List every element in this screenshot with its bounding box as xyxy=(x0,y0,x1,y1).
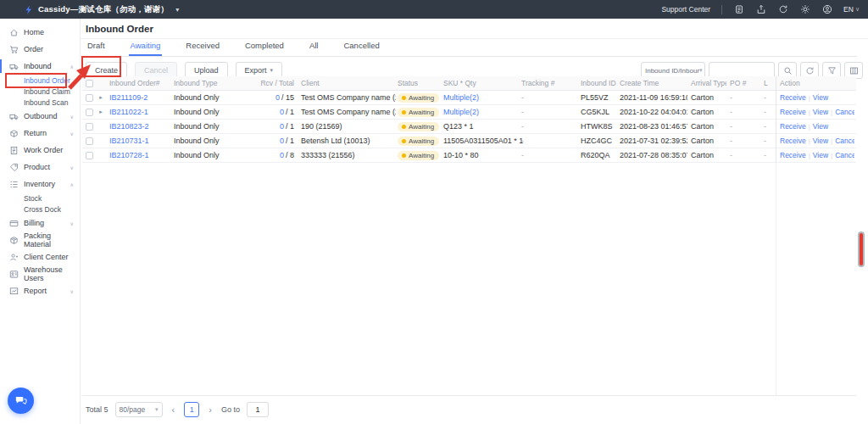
scrollbar-thumb-annotated[interactable] xyxy=(858,232,865,267)
view-action-link[interactable]: View xyxy=(813,93,828,102)
row-checkbox[interactable] xyxy=(86,94,93,102)
page-number-button[interactable]: 1 xyxy=(184,402,199,417)
user-icon[interactable] xyxy=(821,4,832,15)
chevron-down-icon: ∨ xyxy=(70,288,74,294)
inbound-order-link[interactable]: IB210728-1 xyxy=(109,151,149,159)
cancel-action-link[interactable]: Cancel xyxy=(835,137,854,145)
inbound-order-link[interactable]: IB210823-2 xyxy=(109,122,149,131)
person-icon xyxy=(9,253,19,262)
sidebar-item-report[interactable]: Report∨ xyxy=(0,282,80,299)
po-text: - xyxy=(730,137,732,145)
receive-action-link[interactable]: Receive xyxy=(780,137,806,145)
tab-cancelled[interactable]: Cancelled xyxy=(342,41,381,56)
tab-awaiting[interactable]: Awaiting xyxy=(129,41,163,56)
cell-create_time: 2021-07-28 08:35:07 xyxy=(616,148,687,163)
cell-status: Awaiting xyxy=(396,105,440,120)
cell-client: 190 (21569) xyxy=(298,120,396,134)
view-action-link[interactable]: View xyxy=(813,151,828,159)
sidebar-item-label: Order xyxy=(24,45,43,53)
row-checkbox[interactable] xyxy=(86,109,93,116)
cell-rcv: 0/ 15 xyxy=(259,91,298,105)
sidebar-item-client-center[interactable]: Client Center xyxy=(0,248,80,265)
receive-action-link[interactable]: Receive xyxy=(780,108,806,116)
cell-inbound_id: HZC4GC xyxy=(577,134,616,148)
row-checkbox[interactable] xyxy=(86,137,93,145)
tab-completed[interactable]: Completed xyxy=(243,41,286,56)
settings-icon[interactable] xyxy=(799,4,810,15)
status-label: Awaiting xyxy=(409,137,434,145)
table-row: IB210823-2Inbound Only0/ 1190 (21569)Awa… xyxy=(82,120,856,134)
received-count-link[interactable]: 0 xyxy=(280,151,284,159)
language-label: EN xyxy=(843,5,854,14)
cell-po: - xyxy=(726,105,762,120)
received-count-link[interactable]: 0 xyxy=(280,108,284,116)
column-header-tracking: Tracking # xyxy=(518,76,577,91)
sidebar-item-billing[interactable]: Billing∨ xyxy=(0,215,80,232)
chat-icon xyxy=(14,393,28,408)
chat-widget-button[interactable] xyxy=(8,388,34,414)
select-all-checkbox[interactable] xyxy=(86,80,93,87)
language-selector[interactable]: EN ∨ xyxy=(843,5,860,14)
sidebar-item-outbound[interactable]: Outbound∨ xyxy=(0,108,80,125)
goto-page-input[interactable] xyxy=(247,402,269,417)
tab-draft[interactable]: Draft xyxy=(86,41,107,56)
row-checkbox[interactable] xyxy=(86,152,93,159)
page-size-select[interactable]: 80/page ▾ xyxy=(115,402,163,417)
cell-client: Test OMS Company name (21556) xyxy=(298,105,396,120)
sidebar-item-label: Report xyxy=(24,287,47,295)
cell-action: Receive|View xyxy=(776,120,854,134)
sidebar-item-order[interactable]: Order xyxy=(0,41,80,58)
sidebar-item-warehouse-users[interactable]: Warehouse Users xyxy=(0,265,80,282)
receive-action-link[interactable]: Receive xyxy=(780,93,806,102)
expand-row-icon[interactable]: ▸ xyxy=(99,94,103,101)
sidebar-subitem-inbound-claim[interactable]: Inbound Claim xyxy=(0,86,80,97)
tab-all[interactable]: All xyxy=(308,41,320,56)
prev-page-button[interactable]: ‹ xyxy=(170,404,178,415)
export-icon[interactable] xyxy=(755,4,766,15)
row-checkbox[interactable] xyxy=(86,123,93,131)
expand-row-icon[interactable]: ▸ xyxy=(99,109,103,115)
support-center-link[interactable]: Support Center xyxy=(661,5,710,14)
cancel-action-link[interactable]: Cancel xyxy=(835,151,854,159)
warehouse-switcher[interactable]: Cassidy—测试仓库（勿动，谢谢） ▾ xyxy=(23,4,179,15)
tracking-text: - xyxy=(521,137,524,145)
tab-received[interactable]: Received xyxy=(184,41,221,56)
create_time-text: 2021-07-31 02:39:52 xyxy=(620,137,687,145)
sidebar-subitem-stock[interactable]: Stock xyxy=(0,192,80,204)
sidebar-item-work-order[interactable]: Work Order xyxy=(0,142,80,159)
view-action-link[interactable]: View xyxy=(813,137,828,145)
chevron-down-icon: ▾ xyxy=(270,67,274,74)
badge-icon xyxy=(9,270,19,279)
cell-inbound_id: R620QA xyxy=(577,148,616,163)
sku-multiple-link[interactable]: Multiple(2) xyxy=(443,93,479,102)
sidebar-subitem-inbound-scan[interactable]: Inbound Scan xyxy=(0,97,80,108)
sku-multiple-link[interactable]: Multiple(2) xyxy=(443,108,479,116)
view-action-link[interactable]: View xyxy=(813,122,828,131)
clipboard-icon[interactable] xyxy=(733,4,744,15)
receive-action-link[interactable]: Receive xyxy=(780,122,806,131)
cell-po: - xyxy=(726,91,762,105)
cancel-action-link[interactable]: Cancel xyxy=(835,108,854,116)
column-header-label: Status xyxy=(398,79,418,87)
sidebar-item-product[interactable]: Product∨ xyxy=(0,159,80,176)
received-count-link[interactable]: 0 xyxy=(280,122,284,131)
cell-client: 333333 (21556) xyxy=(298,148,396,163)
cell-order: IB210731-1 xyxy=(106,134,170,148)
received-count-link[interactable]: 0 xyxy=(275,93,280,102)
receive-action-link[interactable]: Receive xyxy=(780,151,806,159)
refresh-icon[interactable] xyxy=(777,4,788,15)
inbound-order-link[interactable]: IB211022-1 xyxy=(109,108,148,116)
sidebar-item-inbound[interactable]: Inbound∧ xyxy=(0,58,80,75)
received-count-link[interactable]: 0 xyxy=(280,137,284,145)
inbound-order-link[interactable]: IB210731-1 xyxy=(109,137,149,145)
inbound-order-link[interactable]: IB211109-2 xyxy=(109,93,147,102)
sidebar-item-return[interactable]: Return∨ xyxy=(0,125,80,142)
sidebar-item-inventory[interactable]: Inventory∧ xyxy=(0,176,80,192)
view-action-link[interactable]: View xyxy=(813,108,828,116)
sidebar-item-home[interactable]: Home xyxy=(0,24,80,41)
sidebar-subitem-inbound-order[interactable]: Inbound Order xyxy=(0,75,80,86)
sidebar-item-packing-material[interactable]: Packing Material xyxy=(0,232,80,248)
sidebar-subitem-cross-dock[interactable]: Cross Dock xyxy=(0,204,80,215)
tracking-text: - xyxy=(521,122,524,131)
next-page-button[interactable]: › xyxy=(206,404,214,415)
